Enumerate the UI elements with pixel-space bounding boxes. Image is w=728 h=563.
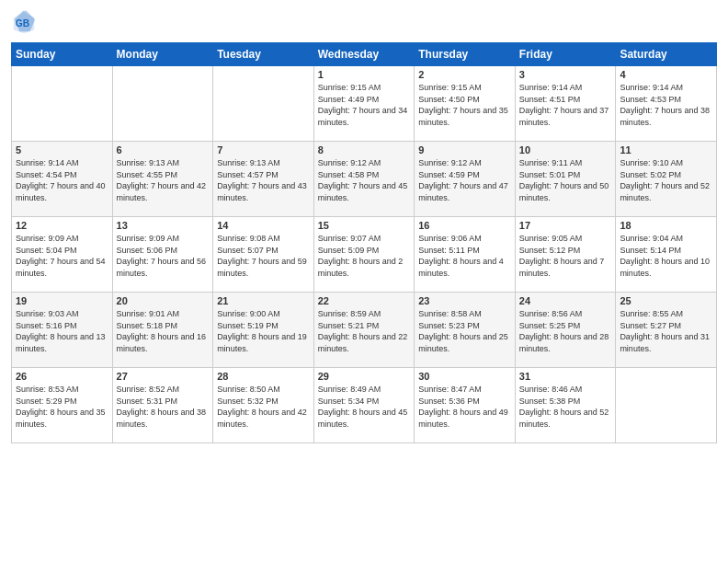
- day-info: Sunrise: 9:12 AM Sunset: 4:58 PM Dayligh…: [318, 157, 411, 203]
- day-number: 19: [16, 295, 108, 306]
- day-number: 27: [117, 371, 210, 382]
- day-number: 13: [117, 220, 210, 231]
- day-info: Sunrise: 9:05 AM Sunset: 5:12 PM Dayligh…: [519, 233, 612, 279]
- day-cell: [616, 368, 717, 443]
- day-number: 2: [418, 69, 511, 80]
- day-info: Sunrise: 8:50 AM Sunset: 5:32 PM Dayligh…: [217, 384, 310, 430]
- day-number: 8: [318, 144, 411, 155]
- day-number: 4: [620, 69, 712, 80]
- day-info: Sunrise: 9:06 AM Sunset: 5:11 PM Dayligh…: [418, 233, 511, 279]
- day-cell: 4Sunrise: 9:14 AM Sunset: 4:53 PM Daylig…: [616, 66, 717, 142]
- day-cell: 6Sunrise: 9:13 AM Sunset: 4:55 PM Daylig…: [112, 142, 213, 217]
- day-number: 17: [519, 220, 612, 231]
- day-info: Sunrise: 8:46 AM Sunset: 5:38 PM Dayligh…: [519, 384, 612, 430]
- day-info: Sunrise: 9:15 AM Sunset: 4:50 PM Dayligh…: [418, 82, 511, 128]
- day-number: 3: [519, 69, 612, 80]
- day-info: Sunrise: 8:56 AM Sunset: 5:25 PM Dayligh…: [519, 308, 612, 354]
- day-info: Sunrise: 8:52 AM Sunset: 5:31 PM Dayligh…: [117, 384, 210, 430]
- weekday-header-tuesday: Tuesday: [213, 43, 314, 66]
- day-cell: 7Sunrise: 9:13 AM Sunset: 4:57 PM Daylig…: [213, 142, 314, 217]
- day-info: Sunrise: 8:53 AM Sunset: 5:29 PM Dayligh…: [16, 384, 108, 430]
- page-container: GB SundayMondayTuesdayWednesdayThursdayF…: [0, 0, 728, 563]
- day-number: 26: [16, 371, 108, 382]
- day-info: Sunrise: 8:55 AM Sunset: 5:27 PM Dayligh…: [620, 308, 712, 354]
- day-number: 10: [519, 144, 612, 155]
- day-cell: 29Sunrise: 8:49 AM Sunset: 5:34 PM Dayli…: [313, 368, 415, 443]
- day-info: Sunrise: 9:03 AM Sunset: 5:16 PM Dayligh…: [16, 308, 108, 354]
- weekday-header-friday: Friday: [515, 43, 616, 66]
- day-cell: 28Sunrise: 8:50 AM Sunset: 5:32 PM Dayli…: [213, 368, 314, 443]
- day-number: 28: [217, 371, 310, 382]
- day-info: Sunrise: 9:14 AM Sunset: 4:53 PM Dayligh…: [620, 82, 712, 128]
- day-info: Sunrise: 9:14 AM Sunset: 4:51 PM Dayligh…: [519, 82, 612, 128]
- day-cell: 19Sunrise: 9:03 AM Sunset: 5:16 PM Dayli…: [12, 293, 113, 368]
- day-cell: 8Sunrise: 9:12 AM Sunset: 4:58 PM Daylig…: [313, 142, 415, 217]
- day-info: Sunrise: 9:09 AM Sunset: 5:06 PM Dayligh…: [117, 233, 210, 279]
- day-info: Sunrise: 9:09 AM Sunset: 5:04 PM Dayligh…: [16, 233, 108, 279]
- day-info: Sunrise: 8:47 AM Sunset: 5:36 PM Dayligh…: [418, 384, 511, 430]
- weekday-header-monday: Monday: [112, 43, 213, 66]
- week-row-3: 12Sunrise: 9:09 AM Sunset: 5:04 PM Dayli…: [12, 217, 717, 293]
- day-cell: 10Sunrise: 9:11 AM Sunset: 5:01 PM Dayli…: [515, 142, 616, 217]
- calendar-table: SundayMondayTuesdayWednesdayThursdayFrid…: [11, 42, 717, 443]
- weekday-header-saturday: Saturday: [616, 43, 717, 66]
- day-number: 11: [620, 144, 712, 155]
- day-cell: 18Sunrise: 9:04 AM Sunset: 5:14 PM Dayli…: [616, 217, 717, 293]
- day-info: Sunrise: 9:08 AM Sunset: 5:07 PM Dayligh…: [217, 233, 310, 279]
- day-number: 21: [217, 295, 310, 306]
- day-cell: 11Sunrise: 9:10 AM Sunset: 5:02 PM Dayli…: [616, 142, 717, 217]
- day-number: 29: [318, 371, 411, 382]
- weekday-header-row: SundayMondayTuesdayWednesdayThursdayFrid…: [12, 43, 717, 66]
- weekday-header-wednesday: Wednesday: [313, 43, 415, 66]
- week-row-2: 5Sunrise: 9:14 AM Sunset: 4:54 PM Daylig…: [12, 142, 717, 217]
- day-info: Sunrise: 9:10 AM Sunset: 5:02 PM Dayligh…: [620, 157, 712, 203]
- day-info: Sunrise: 8:49 AM Sunset: 5:34 PM Dayligh…: [318, 384, 411, 430]
- day-info: Sunrise: 9:04 AM Sunset: 5:14 PM Dayligh…: [620, 233, 712, 279]
- day-cell: 3Sunrise: 9:14 AM Sunset: 4:51 PM Daylig…: [515, 66, 616, 142]
- day-number: 16: [418, 220, 511, 231]
- day-cell: 23Sunrise: 8:58 AM Sunset: 5:23 PM Dayli…: [415, 293, 516, 368]
- day-cell: [213, 66, 314, 142]
- day-cell: 14Sunrise: 9:08 AM Sunset: 5:07 PM Dayli…: [213, 217, 314, 293]
- day-cell: 30Sunrise: 8:47 AM Sunset: 5:36 PM Dayli…: [415, 368, 516, 443]
- day-info: Sunrise: 9:07 AM Sunset: 5:09 PM Dayligh…: [318, 233, 411, 279]
- day-number: 20: [117, 295, 210, 306]
- logo-icon: GB: [11, 9, 37, 35]
- week-row-1: 1Sunrise: 9:15 AM Sunset: 4:49 PM Daylig…: [12, 66, 717, 142]
- day-cell: 13Sunrise: 9:09 AM Sunset: 5:06 PM Dayli…: [112, 217, 213, 293]
- weekday-header-thursday: Thursday: [415, 43, 516, 66]
- day-cell: 16Sunrise: 9:06 AM Sunset: 5:11 PM Dayli…: [415, 217, 516, 293]
- header: GB: [11, 9, 717, 35]
- day-info: Sunrise: 8:58 AM Sunset: 5:23 PM Dayligh…: [418, 308, 511, 354]
- day-cell: 27Sunrise: 8:52 AM Sunset: 5:31 PM Dayli…: [112, 368, 213, 443]
- day-info: Sunrise: 9:13 AM Sunset: 4:55 PM Dayligh…: [117, 157, 210, 203]
- day-number: 18: [620, 220, 712, 231]
- day-number: 15: [318, 220, 411, 231]
- day-cell: 17Sunrise: 9:05 AM Sunset: 5:12 PM Dayli…: [515, 217, 616, 293]
- day-number: 30: [418, 371, 511, 382]
- day-info: Sunrise: 9:14 AM Sunset: 4:54 PM Dayligh…: [16, 157, 108, 203]
- day-number: 31: [519, 371, 612, 382]
- week-row-5: 26Sunrise: 8:53 AM Sunset: 5:29 PM Dayli…: [12, 368, 717, 443]
- day-cell: 21Sunrise: 9:00 AM Sunset: 5:19 PM Dayli…: [213, 293, 314, 368]
- day-info: Sunrise: 8:59 AM Sunset: 5:21 PM Dayligh…: [318, 308, 411, 354]
- day-number: 1: [318, 69, 411, 80]
- day-cell: [112, 66, 213, 142]
- day-number: 5: [16, 144, 108, 155]
- day-info: Sunrise: 9:13 AM Sunset: 4:57 PM Dayligh…: [217, 157, 310, 203]
- weekday-header-sunday: Sunday: [12, 43, 113, 66]
- day-number: 9: [418, 144, 511, 155]
- day-number: 24: [519, 295, 612, 306]
- day-cell: 22Sunrise: 8:59 AM Sunset: 5:21 PM Dayli…: [313, 293, 415, 368]
- day-cell: 2Sunrise: 9:15 AM Sunset: 4:50 PM Daylig…: [415, 66, 516, 142]
- day-info: Sunrise: 9:12 AM Sunset: 4:59 PM Dayligh…: [418, 157, 511, 203]
- day-cell: 12Sunrise: 9:09 AM Sunset: 5:04 PM Dayli…: [12, 217, 113, 293]
- day-cell: [12, 66, 113, 142]
- day-info: Sunrise: 9:01 AM Sunset: 5:18 PM Dayligh…: [117, 308, 210, 354]
- svg-text:GB: GB: [16, 18, 29, 29]
- day-number: 7: [217, 144, 310, 155]
- day-cell: 15Sunrise: 9:07 AM Sunset: 5:09 PM Dayli…: [313, 217, 415, 293]
- day-cell: 9Sunrise: 9:12 AM Sunset: 4:59 PM Daylig…: [415, 142, 516, 217]
- day-cell: 25Sunrise: 8:55 AM Sunset: 5:27 PM Dayli…: [616, 293, 717, 368]
- day-number: 6: [117, 144, 210, 155]
